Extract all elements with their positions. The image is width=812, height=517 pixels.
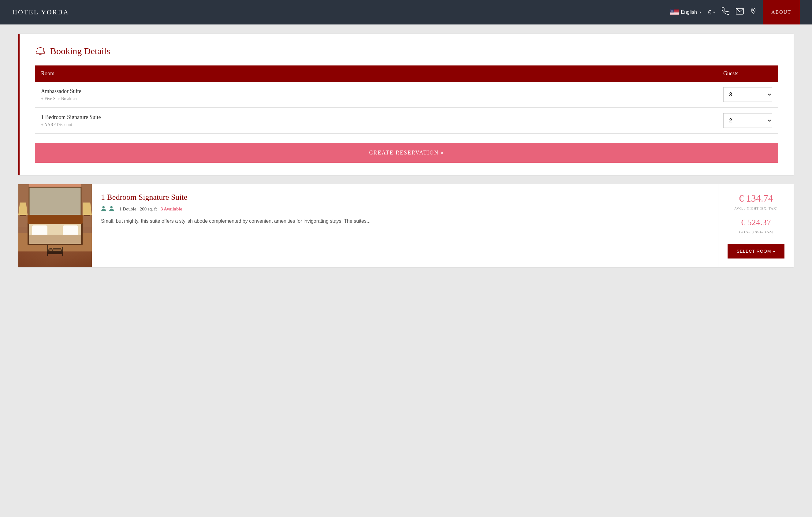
svg-point-13 xyxy=(671,10,672,10)
svg-point-20 xyxy=(673,11,673,11)
room-name-1: 1 Bedroom Signature Suite xyxy=(41,114,711,120)
svg-point-16 xyxy=(673,10,673,10)
guests-cell-0: 12345678910 xyxy=(717,82,778,108)
svg-point-52 xyxy=(103,206,105,208)
currency-chevron-icon: ▼ xyxy=(713,11,716,14)
table-row: Ambassador Suite + Five Star Breakfast 1… xyxy=(35,82,778,108)
room-details: 1 Bedroom Signature Suite 1 Double · 200… xyxy=(92,184,718,267)
us-flag-icon xyxy=(670,9,679,15)
select-room-button[interactable]: SELECT ROOM » xyxy=(728,244,784,258)
svg-point-19 xyxy=(672,11,672,11)
svg-point-12 xyxy=(673,10,674,10)
svg-point-14 xyxy=(672,10,672,10)
room-name-0: Ambassador Suite xyxy=(41,88,711,94)
guest-icons xyxy=(101,206,116,212)
guest-icon-1 xyxy=(101,206,108,212)
svg-rect-4 xyxy=(670,12,679,13)
svg-point-15 xyxy=(672,10,673,10)
svg-rect-5 xyxy=(670,13,679,13)
hotel-logo: HOTEL YORBA xyxy=(12,8,69,16)
main-header: HOTEL YORBA xyxy=(0,0,812,25)
svg-point-29 xyxy=(673,11,673,12)
svg-rect-44 xyxy=(32,226,48,236)
guests-cell-1: 12345678910 xyxy=(717,108,778,134)
svg-point-10 xyxy=(672,10,672,10)
booking-details-card: Booking Details Room Guests Ambassador S… xyxy=(18,34,794,175)
price-total: € 524.37 xyxy=(741,218,771,227)
table-header-row: Room Guests xyxy=(35,65,778,82)
room-addon-1: + AARP Discount xyxy=(41,122,72,127)
bed-type: 1 Double · 200 sq. ft xyxy=(119,206,157,212)
price-per-night-label: AVG. / NIGHT (EX. TAX) xyxy=(734,206,778,210)
room-card: 1 Bedroom Signature Suite 1 Double · 200… xyxy=(18,184,794,267)
svg-rect-47 xyxy=(28,215,83,224)
price-total-label: TOTAL (INCL. TAX) xyxy=(738,230,774,233)
svg-point-32 xyxy=(753,9,754,11)
room-card-title: 1 Bedroom Signature Suite xyxy=(101,193,709,202)
price-per-night: € 134.74 xyxy=(739,193,773,204)
guest-icon-2 xyxy=(109,206,116,212)
guests-column-header: Guests xyxy=(717,65,778,82)
svg-rect-45 xyxy=(63,226,78,236)
booking-title: Booking Details xyxy=(35,46,778,56)
room-addon-0: + Five Star Breakfast xyxy=(41,96,78,101)
table-row: 1 Bedroom Signature Suite + AARP Discoun… xyxy=(35,108,778,134)
about-button[interactable]: ABOUT xyxy=(763,0,800,25)
svg-point-25 xyxy=(673,11,673,11)
main-content: Booking Details Room Guests Ambassador S… xyxy=(0,25,812,276)
svg-point-30 xyxy=(673,11,674,12)
location-icon[interactable] xyxy=(750,7,757,18)
svg-rect-6 xyxy=(670,14,679,15)
room-meta: 1 Double · 200 sq. ft 3 Available xyxy=(101,206,709,212)
create-reservation-button[interactable]: CREATE RESERVATION » xyxy=(35,143,778,163)
svg-point-8 xyxy=(671,10,671,10)
svg-point-22 xyxy=(671,11,672,11)
currency-selector[interactable]: € ▼ xyxy=(708,9,716,16)
svg-marker-49 xyxy=(18,203,28,215)
svg-point-17 xyxy=(671,11,671,11)
phone-icon[interactable] xyxy=(722,7,730,17)
guests-select-1[interactable]: 12345678910 xyxy=(723,113,772,128)
bell-icon xyxy=(35,47,46,56)
svg-rect-48 xyxy=(20,215,26,216)
booking-table: Room Guests Ambassador Suite + Five Star… xyxy=(35,65,778,134)
room-image xyxy=(18,184,92,267)
svg-point-21 xyxy=(673,11,674,11)
svg-rect-46 xyxy=(29,235,81,244)
language-label: English xyxy=(681,9,697,15)
room-pricing: € 134.74 AVG. / NIGHT (EX. TAX) € 524.37… xyxy=(718,184,794,267)
svg-point-28 xyxy=(672,11,672,12)
svg-point-53 xyxy=(111,206,113,208)
header-nav: English ▼ € ▼ ABOUT xyxy=(670,0,800,25)
room-description: Small, but mighty, this suite offers a s… xyxy=(101,217,709,225)
svg-marker-51 xyxy=(83,203,92,215)
svg-rect-39 xyxy=(29,187,81,218)
currency-symbol: € xyxy=(708,9,711,16)
language-selector[interactable]: English ▼ xyxy=(670,9,701,15)
svg-rect-50 xyxy=(84,215,90,216)
email-icon[interactable] xyxy=(736,8,744,17)
availability-badge: 3 Available xyxy=(161,206,182,212)
room-illustration xyxy=(18,184,92,252)
room-column-header: Room xyxy=(35,65,717,82)
svg-point-23 xyxy=(672,11,672,11)
room-cell-0: Ambassador Suite + Five Star Breakfast xyxy=(35,82,717,108)
language-chevron-icon: ▼ xyxy=(699,11,702,14)
svg-point-26 xyxy=(671,11,671,12)
room-cell-1: 1 Bedroom Signature Suite + AARP Discoun… xyxy=(35,108,717,134)
guests-select-0[interactable]: 12345678910 xyxy=(723,87,772,102)
svg-point-11 xyxy=(673,10,673,10)
svg-point-24 xyxy=(672,11,673,11)
